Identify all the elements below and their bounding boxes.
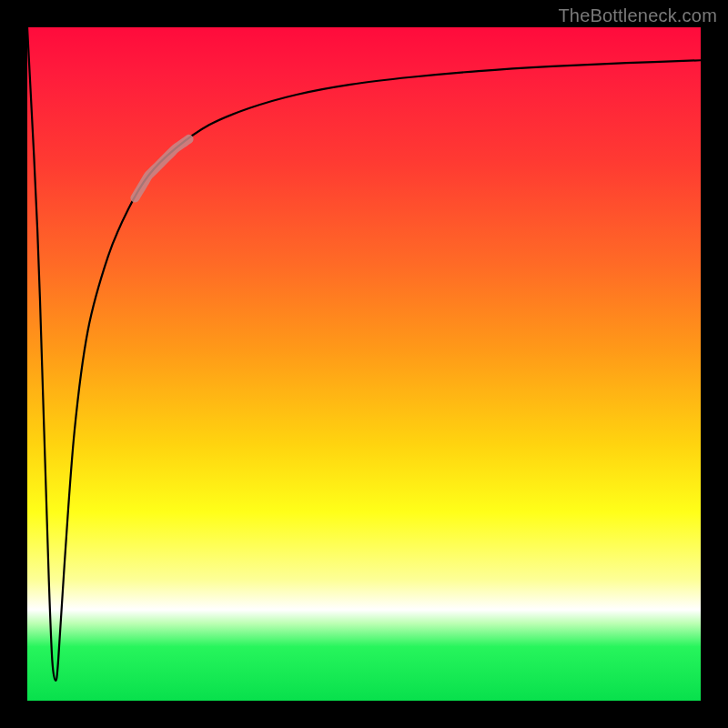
watermark-text: TheBottleneck.com <box>558 5 717 26</box>
curve-layer <box>27 27 701 701</box>
bottleneck-curve <box>27 27 701 681</box>
curve-highlight-segment <box>135 139 188 198</box>
chart-root: TheBottleneck.com <box>0 0 728 728</box>
